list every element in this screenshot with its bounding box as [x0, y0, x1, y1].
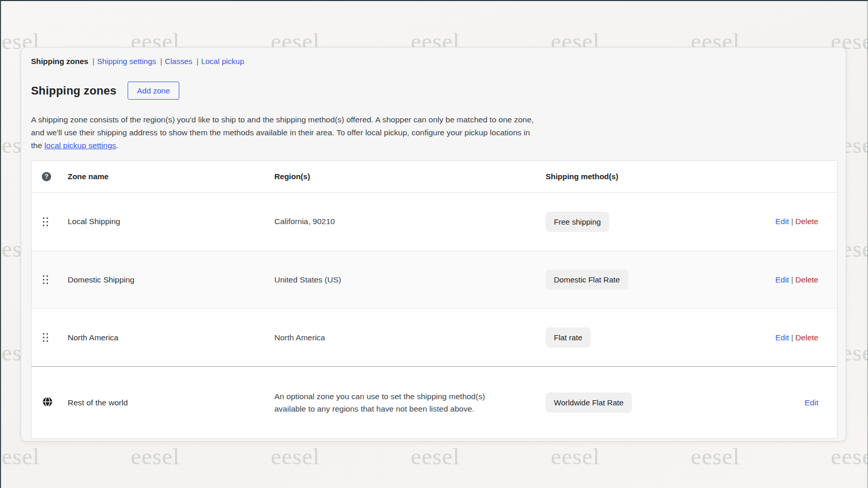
local-pickup-settings-link[interactable]: local pickup settings — [44, 141, 116, 150]
tab-shipping-zones[interactable]: Shipping zones — [31, 57, 88, 66]
drag-handle-icon[interactable] — [43, 333, 48, 342]
zone-region: California, 90210 — [274, 215, 508, 228]
delete-link[interactable]: Delete — [795, 275, 818, 284]
action-separator: | — [791, 333, 793, 342]
shipping-method-badge: Flat rate — [546, 327, 591, 348]
shipping-method-badge: Worldwide Flat Rate — [546, 392, 632, 413]
description-text-end: . — [116, 141, 118, 150]
zone-description: An optional zone you can use to set the … — [274, 390, 508, 415]
edit-link[interactable]: Edit — [775, 275, 789, 284]
drag-handle-icon[interactable] — [43, 275, 48, 284]
nav-separator: | — [196, 57, 198, 66]
action-separator: | — [791, 275, 793, 284]
column-header-regions: Region(s) — [274, 172, 546, 181]
column-header-methods: Shipping method(s) — [546, 172, 768, 181]
heading-row: Shipping zones Add zone — [31, 82, 846, 100]
zone-region: North America — [274, 332, 508, 344]
table-row: North America North America Flat rate Ed… — [32, 308, 837, 366]
zones-description: A shipping zone consists of the region(s… — [31, 113, 536, 152]
table-row: Local Shipping California, 90210 Free sh… — [32, 193, 837, 250]
edit-link[interactable]: Edit — [775, 217, 789, 226]
shipping-method-badge: Domestic Flat Rate — [546, 270, 628, 290]
globe-icon — [42, 400, 53, 408]
shipping-subnav: Shipping zones|Shipping settings|Classes… — [31, 56, 846, 66]
column-header-zone-name: Zone name — [68, 172, 274, 181]
shipping-settings-card: Shipping zones|Shipping settings|Classes… — [21, 47, 846, 442]
drag-handle-icon[interactable] — [43, 217, 48, 226]
nav-separator: | — [160, 57, 162, 66]
page-title: Shipping zones — [31, 84, 116, 98]
zone-region: United States (US) — [274, 274, 508, 286]
edit-link[interactable]: Edit — [775, 333, 789, 342]
delete-link[interactable]: Delete — [795, 333, 818, 342]
watermark-text: eesel — [691, 443, 740, 470]
watermark-text: eesel — [411, 443, 460, 470]
action-separator: | — [791, 217, 793, 226]
edit-link[interactable]: Edit — [804, 398, 818, 407]
tab-local-pickup[interactable]: Local pickup — [201, 57, 244, 66]
help-icon[interactable]: ? — [42, 172, 51, 181]
tab-shipping-settings[interactable]: Shipping settings — [97, 57, 156, 66]
zone-name: Domestic Shipping — [68, 275, 274, 285]
table-header-row: ? Zone name Region(s) Shipping method(s) — [32, 161, 837, 193]
delete-link[interactable]: Delete — [795, 217, 818, 226]
zone-name: North America — [68, 333, 274, 342]
add-zone-button[interactable]: Add zone — [128, 82, 179, 100]
table-row: Domestic Shipping United States (US) Dom… — [32, 250, 837, 308]
tab-classes[interactable]: Classes — [165, 57, 192, 66]
shipping-zones-table: ? Zone name Region(s) Shipping method(s)… — [31, 160, 838, 439]
watermark-text: eesel — [831, 443, 868, 470]
shipping-method-badge: Free shipping — [546, 212, 609, 232]
watermark-text: eesel — [271, 443, 320, 470]
watermark-text: eesel — [551, 443, 600, 470]
watermark-text: eesel — [131, 443, 180, 470]
zone-name: Rest of the world — [68, 398, 274, 407]
nav-separator: | — [92, 57, 95, 66]
watermark-text: eesel — [0, 443, 40, 470]
zone-name: Local Shipping — [68, 217, 274, 226]
table-row-rest-of-world: Rest of the world An optional zone you c… — [32, 366, 837, 438]
